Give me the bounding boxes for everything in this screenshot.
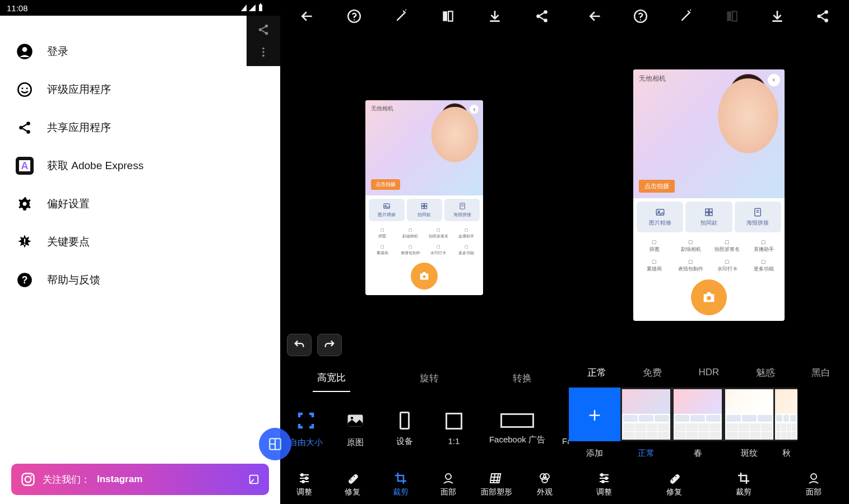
svg-point-68 bbox=[605, 477, 607, 479]
svg-point-57 bbox=[818, 15, 822, 18]
svg-point-46 bbox=[350, 479, 351, 480]
download-icon[interactable] bbox=[483, 4, 507, 29]
subtab-bw[interactable]: 黑白 bbox=[807, 360, 835, 386]
look-autumn[interactable]: 秋 bbox=[775, 388, 797, 465]
bn-crop[interactable]: 裁剪 bbox=[709, 472, 779, 497]
svg-point-3 bbox=[265, 32, 268, 35]
ratio-1-1[interactable]: 1:1 bbox=[437, 413, 471, 446]
bottomnav: 调整 修复 裁剪 面部 bbox=[569, 465, 849, 504]
canvas[interactable]: 无他相机 ♀ 点击拍摄 图片精修 拍同款 海报拼接 ▢拼图 ▢剧场相机 ▢拍照派… bbox=[569, 32, 849, 357]
ratio-fb[interactable]: Facebook bbox=[564, 413, 569, 446]
subtab-hdr[interactable]: HDR bbox=[694, 360, 724, 385]
look-spring[interactable]: 春 bbox=[672, 388, 723, 465]
back-icon[interactable] bbox=[295, 4, 319, 29]
svg-point-2 bbox=[259, 28, 262, 31]
compare-icon[interactable] bbox=[435, 4, 460, 29]
status-time: 11:08 bbox=[7, 3, 28, 13]
help-icon[interactable] bbox=[628, 4, 653, 29]
drawer-label: 共享应用程序 bbox=[47, 120, 111, 135]
bn-heal[interactable]: 修复 bbox=[328, 472, 377, 497]
ratio-list[interactable]: 自由大小 原图 设备 1:1 Facebook 广告 Facebook bbox=[280, 393, 569, 465]
back-icon[interactable] bbox=[583, 4, 607, 29]
drawer-item-help[interactable]: ? 帮助与反馈 bbox=[0, 261, 280, 299]
undo-button[interactable] bbox=[287, 334, 312, 356]
subtab-transform[interactable]: 转换 bbox=[508, 365, 536, 391]
layout-fab[interactable] bbox=[259, 428, 291, 460]
help-icon[interactable] bbox=[342, 4, 366, 29]
wand-icon[interactable] bbox=[674, 4, 698, 29]
panel-crop: 无他相机 ♀ 点击拍摄 图片精修 拍同款 海报拼接 ▢拼图 ▢剧场相机 ▢拍照派… bbox=[280, 0, 569, 504]
svg-rect-61 bbox=[706, 209, 708, 212]
svg-point-41 bbox=[351, 417, 354, 419]
svg-point-53 bbox=[640, 19, 641, 20]
subtab-charm[interactable]: 魅惑 bbox=[751, 360, 780, 386]
share-icon[interactable] bbox=[530, 4, 554, 29]
svg-point-73 bbox=[811, 474, 816, 479]
subtab-aspect[interactable]: 高宽比 bbox=[313, 365, 350, 392]
drawer-label: 评级应用程序 bbox=[47, 82, 111, 97]
looks-list[interactable]: ＋ 添加 正常 春 斑纹 秋 bbox=[569, 388, 849, 465]
panel-drawer: 11:08 登录 评级应用程序 共享应用程序 A 获取 Adobe Expres… bbox=[0, 0, 280, 504]
drawer-item-shareapp[interactable]: 共享应用程序 bbox=[0, 109, 280, 147]
look-mottled[interactable]: 斑纹 bbox=[723, 388, 775, 465]
svg-point-56 bbox=[825, 10, 829, 14]
panel-looks: 无他相机 ♀ 点击拍摄 图片精修 拍同款 海报拼接 ▢拼图 ▢剧场相机 ▢拍照派… bbox=[569, 0, 849, 504]
more-icon[interactable] bbox=[257, 46, 270, 58]
redo-button[interactable] bbox=[317, 334, 342, 356]
camera-icon bbox=[691, 279, 727, 315]
bn-crop[interactable]: 裁剪 bbox=[377, 472, 425, 497]
svg-rect-70 bbox=[669, 474, 680, 485]
svg-point-72 bbox=[675, 476, 676, 477]
ratio-free[interactable]: 自由大小 bbox=[289, 410, 323, 448]
drawer-peek bbox=[247, 16, 280, 66]
svg-point-30 bbox=[536, 15, 540, 18]
image-preview: 无他相机 ♀ 点击拍摄 图片精修 拍同款 海报拼接 ▢拼图 ▢剧场相机 ▢拍照派… bbox=[365, 100, 483, 295]
drawer-item-keypoints[interactable]: 关键要点 bbox=[0, 223, 280, 261]
instagram-banner[interactable]: 关注我们： Instagram bbox=[11, 464, 269, 495]
subtab-normal[interactable]: 正常 bbox=[583, 360, 611, 386]
svg-point-21 bbox=[25, 477, 31, 483]
drawer-item-adobe[interactable]: A 获取 Adobe Express bbox=[0, 147, 280, 185]
bn-face[interactable]: 面部 bbox=[424, 472, 472, 497]
drawer-item-login[interactable]: 登录 bbox=[0, 32, 280, 71]
topbar bbox=[280, 0, 569, 32]
smile-icon bbox=[16, 81, 34, 99]
drawer-item-rate[interactable]: 评级应用程序 bbox=[0, 71, 280, 109]
svg-point-42 bbox=[301, 474, 303, 476]
svg-point-9 bbox=[18, 83, 31, 96]
bottomnav: 调整 修复 裁剪 面部 面部塑形 外观 bbox=[280, 465, 569, 504]
drawer-item-prefs[interactable]: 偏好设置 bbox=[0, 185, 280, 223]
bn-reshape[interactable]: 面部塑形 bbox=[472, 472, 521, 497]
mock-cta: 点击拍摄 bbox=[639, 180, 675, 193]
svg-point-13 bbox=[19, 126, 23, 130]
share-icon[interactable] bbox=[810, 4, 835, 29]
wand-icon[interactable] bbox=[389, 4, 414, 29]
bn-heal[interactable]: 修复 bbox=[639, 472, 709, 497]
bn-adjust[interactable]: 调整 bbox=[280, 472, 328, 497]
status-icons bbox=[240, 3, 273, 12]
look-normal[interactable]: 正常 bbox=[620, 388, 672, 465]
svg-point-31 bbox=[544, 18, 548, 22]
bn-face[interactable]: 面部 bbox=[779, 472, 849, 497]
bn-looks[interactable]: 外观 bbox=[521, 472, 569, 497]
svg-point-11 bbox=[26, 87, 28, 89]
svg-rect-35 bbox=[425, 203, 427, 206]
subtab-free[interactable]: 免费 bbox=[638, 360, 666, 386]
ratio-original[interactable]: 原图 bbox=[338, 410, 372, 448]
canvas[interactable]: 无他相机 ♀ 点击拍摄 图片精修 拍同款 海报拼接 ▢拼图 ▢剧场相机 ▢拍照派… bbox=[280, 32, 569, 363]
bn-adjust[interactable]: 调整 bbox=[569, 472, 639, 497]
user-icon bbox=[16, 43, 34, 60]
download-icon[interactable] bbox=[765, 4, 790, 29]
look-add[interactable]: ＋ 添加 bbox=[569, 388, 620, 465]
share-icon[interactable] bbox=[257, 24, 270, 36]
burst-icon bbox=[16, 233, 34, 251]
svg-rect-34 bbox=[422, 203, 424, 206]
drawer-label: 关键要点 bbox=[47, 235, 90, 249]
compare-icon[interactable] bbox=[720, 4, 744, 29]
svg-rect-16 bbox=[24, 239, 25, 242]
ratio-fb-ad[interactable]: Facebook 广告 bbox=[486, 413, 548, 445]
svg-point-29 bbox=[544, 10, 548, 14]
subtab-rotate[interactable]: 旋转 bbox=[415, 365, 443, 391]
svg-rect-28 bbox=[448, 11, 453, 21]
ratio-device[interactable]: 设备 bbox=[388, 412, 421, 447]
